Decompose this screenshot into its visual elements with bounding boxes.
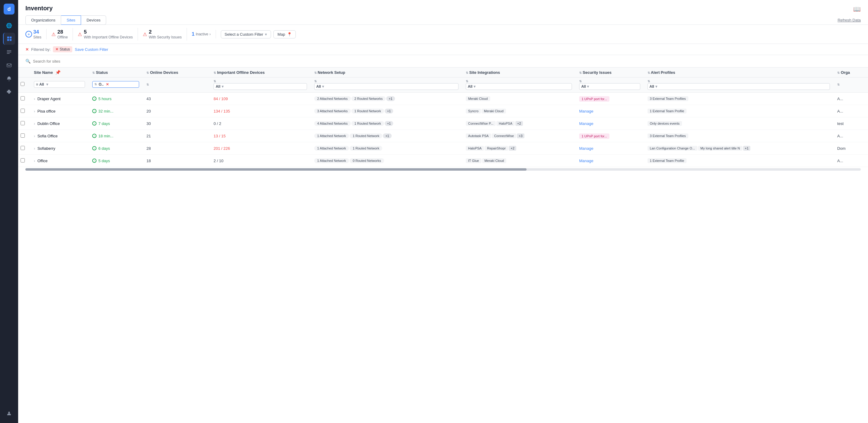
security-manage-link[interactable]: Manage: [579, 109, 593, 114]
network-plus-badge[interactable]: +1: [383, 133, 392, 138]
security-issues-cell: Manage: [576, 155, 644, 167]
alert-filter-dropdown[interactable]: All ▾: [648, 83, 830, 90]
alert-profile-plus-badge[interactable]: +1: [743, 146, 751, 151]
integrations-filter-sort-icon: ⇅: [466, 80, 468, 83]
important-offline-filter-chevron: ▾: [222, 84, 223, 89]
orga-value: A...: [837, 158, 843, 163]
map-button[interactable]: Map 📍: [273, 30, 296, 38]
offline-warning-icon: ⚠: [52, 31, 56, 37]
refresh-data-link[interactable]: Refresh Data: [837, 18, 861, 22]
sidebar-item-puzzle[interactable]: [3, 86, 15, 98]
important-offline-stat[interactable]: ⚠ 5 With Important Offline Devices: [78, 28, 138, 40]
table-row: › Sofia Office 18 min... 21 13 / 15 1 At…: [18, 130, 868, 142]
security-issues-header[interactable]: ⇅ Security Issues: [576, 67, 644, 78]
expand-row-button[interactable]: ›: [34, 122, 35, 126]
status-time: 5 hours: [98, 96, 111, 101]
remove-status-filter-icon[interactable]: ✕: [55, 47, 58, 52]
security-filter-dropdown[interactable]: All ▾: [579, 83, 640, 90]
sidebar-item-user[interactable]: [3, 407, 15, 419]
row-checkbox[interactable]: [21, 158, 25, 162]
sidebar-item-alerts[interactable]: [3, 72, 15, 85]
tab-devices[interactable]: Devices: [81, 16, 106, 25]
svg-point-8: [8, 412, 10, 413]
important-offline-filter-dropdown[interactable]: All ▾: [214, 83, 307, 90]
security-manage-link[interactable]: Manage: [579, 146, 593, 151]
app-logo[interactable]: d: [4, 4, 14, 14]
online-devices-value: 43: [146, 96, 151, 101]
search-input[interactable]: [33, 59, 124, 64]
row-checkbox[interactable]: [21, 146, 25, 150]
site-integrations-header[interactable]: ⇅ Site Integrations: [462, 67, 576, 78]
integration-plus-badge[interactable]: +2: [509, 146, 516, 151]
select-all-checkbox[interactable]: [21, 82, 25, 86]
sidebar-item-reports[interactable]: [3, 46, 15, 58]
status-online-icon: [92, 134, 96, 138]
important-offline-value: 0 / 2: [214, 121, 221, 126]
status-filter-dropdown[interactable]: ⇅ O.. ✕: [92, 81, 139, 88]
site-name-header[interactable]: Site Name 📌: [30, 67, 89, 78]
expand-row-button[interactable]: ›: [34, 109, 35, 114]
sidebar-item-globe[interactable]: 🌐: [3, 19, 15, 31]
integration-badge: HaloPSA: [496, 121, 515, 126]
offline-stat[interactable]: ⚠ 28 Offline: [52, 28, 73, 40]
status-header[interactable]: ⇅ Status: [89, 67, 143, 78]
tab-sites[interactable]: Sites: [61, 16, 81, 25]
network-setup-header[interactable]: ⇅ Network Setup: [311, 67, 462, 78]
expand-row-button[interactable]: ›: [34, 97, 35, 101]
security-issues-cell: Manage: [576, 105, 644, 117]
status-filter-label: Status: [60, 47, 70, 52]
site-name-value: Pisa office: [37, 109, 56, 114]
sidebar-item-inventory[interactable]: [3, 33, 15, 45]
horizontal-scrollbar[interactable]: [25, 168, 861, 171]
integration-plus-badge[interactable]: +2: [515, 121, 523, 126]
expand-row-button[interactable]: ›: [34, 159, 35, 163]
security-manage-link[interactable]: Manage: [579, 158, 593, 163]
online-devices-header[interactable]: ⇅ Online Devices: [143, 67, 210, 78]
orga-header[interactable]: ⇅ Orga: [834, 67, 868, 78]
tab-organizations[interactable]: Organizations: [25, 16, 61, 25]
site-name-cell: › Sofiaberry: [30, 142, 89, 155]
security-issue-badge[interactable]: 1 UPnP port for...: [579, 133, 610, 139]
table-row: › Pisa office 32 min... 20 134 / 135 3 A…: [18, 105, 868, 117]
important-offline-cell: 2 / 10: [210, 155, 311, 167]
expand-row-button[interactable]: ›: [34, 146, 35, 151]
row-checkbox-cell: [18, 142, 30, 155]
row-checkbox[interactable]: [21, 96, 25, 100]
row-checkbox-cell: [18, 105, 30, 117]
network-badge: 3 Attached Networks: [314, 109, 351, 114]
site-name-filter-cell: ≡ All ▾: [30, 78, 89, 93]
security-stat[interactable]: ⚠ 2 With Security Issues: [143, 28, 187, 40]
important-offline-header[interactable]: ⇅ Important Offline Devices: [210, 67, 311, 78]
network-filter-cell: ⇅ All ▾: [311, 78, 462, 93]
network-plus-badge[interactable]: +1: [386, 96, 395, 101]
network-plus-badge[interactable]: +1: [385, 121, 394, 126]
integrations-filter-dropdown[interactable]: All ▾: [466, 83, 572, 90]
sidebar-item-mail[interactable]: [3, 59, 15, 71]
clear-all-filter-button[interactable]: ✕: [25, 47, 29, 52]
site-name-cell: › Dublin Office: [30, 117, 89, 130]
inactive-label: Inactive: [196, 32, 208, 36]
custom-filter-button[interactable]: Select a Custom Filter ▾: [221, 30, 271, 38]
status-filter-clear-icon[interactable]: ✕: [106, 82, 109, 87]
alert-filter-chevron: ▾: [655, 84, 657, 89]
integration-plus-badge[interactable]: +3: [517, 133, 524, 138]
online-devices-value: 20: [146, 109, 151, 114]
site-name-filter-dropdown[interactable]: ≡ All ▾: [34, 81, 85, 88]
orga-value: Dom: [837, 146, 845, 151]
row-checkbox[interactable]: [21, 133, 25, 138]
row-checkbox[interactable]: [21, 109, 25, 113]
inactive-stat[interactable]: 1 Inactive ›: [192, 30, 216, 38]
site-name-value: Office: [37, 158, 48, 163]
network-badge: 1 Attached Network: [314, 133, 349, 138]
online-devices-filter-cell: ⇅: [143, 78, 210, 93]
security-issue-badge[interactable]: 1 UPnP port for...: [579, 96, 610, 102]
security-manage-link[interactable]: Manage: [579, 121, 593, 126]
row-checkbox[interactable]: [21, 121, 25, 125]
save-custom-filter-link[interactable]: Save Custom Filter: [75, 47, 108, 52]
expand-row-button[interactable]: ›: [34, 134, 35, 138]
network-plus-badge[interactable]: +1: [385, 109, 394, 114]
security-issues-cell: 1 UPnP port for...: [576, 130, 644, 142]
alert-profiles-header[interactable]: ⇅ Alert Profiles: [644, 67, 834, 78]
network-filter-dropdown[interactable]: All ▾: [314, 83, 459, 90]
add-site-button[interactable]: +: [25, 31, 32, 37]
